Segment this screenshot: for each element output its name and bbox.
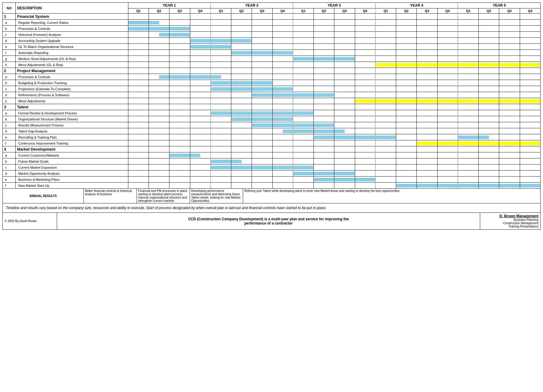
annual-results-table: ANNUAL RESULTS Better financial controls… xyxy=(2,188,541,203)
gantt-cell-q2 xyxy=(169,128,190,134)
gantt-cell-q9 xyxy=(314,62,334,68)
gantt-cell-q16 xyxy=(458,32,478,38)
gantt-cell-q19 xyxy=(520,183,540,189)
item-no: g xyxy=(3,56,16,62)
gantt-cell-q17 xyxy=(479,177,499,183)
gantt-cell-q8 xyxy=(293,80,313,86)
section-gantt-1-q14 xyxy=(417,14,437,20)
gantt-cell-q13 xyxy=(396,44,417,50)
gantt-cell-q17 xyxy=(479,110,499,116)
gantt-cell-q8 xyxy=(293,158,313,164)
gantt-cell-q15 xyxy=(437,134,458,140)
item-desc: Minor Adjustments xyxy=(16,98,128,104)
item-no: b xyxy=(3,158,16,164)
gantt-cell-q1 xyxy=(149,86,169,92)
section-gantt-4-q4 xyxy=(210,146,231,152)
gantt-cell-q9 xyxy=(314,183,334,189)
gantt-cell-q16 xyxy=(458,26,478,32)
gantt-cell-q2 xyxy=(169,110,190,116)
section-gantt-2-q1 xyxy=(149,68,169,74)
gantt-cell-q0 xyxy=(128,20,149,26)
item-row-3-d: dTalent Gap Analysis xyxy=(3,128,541,134)
year3-header: YEAR 3 xyxy=(293,3,375,8)
gantt-cell-q5 xyxy=(231,177,252,183)
section-row-3: 3Talent xyxy=(3,104,541,110)
gantt-cell-q12 xyxy=(375,62,396,68)
item-desc: GL To Match Organizational Structure xyxy=(16,44,128,50)
section-row-1: 1Financial System xyxy=(3,14,541,20)
section-row-4: 4Market Development xyxy=(3,146,541,152)
gantt-cell-q1 xyxy=(149,50,169,56)
gantt-cell-q3 xyxy=(190,98,210,104)
gantt-cell-q19 xyxy=(520,56,540,62)
gantt-cell-q19 xyxy=(520,134,540,140)
gantt-cell-q11 xyxy=(355,50,375,56)
gantt-cell-q14 xyxy=(417,110,437,116)
gantt-cell-q11 xyxy=(355,164,375,171)
gantt-cell-q0 xyxy=(128,128,149,134)
section-gantt-4-q11 xyxy=(355,146,375,152)
gantt-cell-q12 xyxy=(375,80,396,86)
gantt-cell-q0 xyxy=(128,44,149,50)
gantt-cell-q5 xyxy=(231,116,252,122)
gantt-cell-q13 xyxy=(396,140,417,146)
gantt-cell-q15 xyxy=(437,50,458,56)
gantt-cell-q17 xyxy=(479,158,499,164)
gantt-cell-q12 xyxy=(375,152,396,158)
gantt-cell-q7 xyxy=(272,38,293,44)
gantt-cell-q14 xyxy=(417,20,437,26)
section-gantt-1-q5 xyxy=(231,14,252,20)
gantt-cell-q18 xyxy=(499,20,520,26)
section-gantt-2-q4 xyxy=(210,68,231,74)
gantt-cell-q5 xyxy=(231,171,252,177)
gantt-cell-q11 xyxy=(355,20,375,26)
gantt-cell-q16 xyxy=(458,80,478,86)
y2q4: Q4 xyxy=(272,8,293,14)
gantt-cell-q17 xyxy=(479,50,499,56)
gantt-cell-q7 xyxy=(272,20,293,26)
gantt-cell-q7 xyxy=(272,44,293,50)
gantt-cell-q17 xyxy=(479,80,499,86)
gantt-cell-q0 xyxy=(128,62,149,68)
gantt-cell-q3 xyxy=(190,177,210,183)
gantt-cell-q15 xyxy=(437,86,458,92)
item-row-1-c: cHistorical (Forensic) Analysis xyxy=(3,32,541,38)
section-gantt-3-q14 xyxy=(417,104,437,110)
gantt-cell-q7 xyxy=(272,158,293,164)
gantt-cell-q12 xyxy=(375,20,396,26)
gantt-cell-q14 xyxy=(417,183,437,189)
gantt-cell-q9 xyxy=(314,92,334,98)
year5-header: YEAR 5 xyxy=(458,3,540,8)
gantt-cell-q6 xyxy=(252,116,272,122)
gantt-cell-q13 xyxy=(396,110,417,116)
gantt-cell-q14 xyxy=(417,152,437,158)
item-desc: Future Market Goals xyxy=(16,158,128,164)
gantt-cell-q10 xyxy=(334,116,355,122)
item-no: f xyxy=(3,183,16,189)
gantt-cell-q6 xyxy=(252,56,272,62)
item-row-4-e: eBusiness & Marketing Plans xyxy=(3,177,541,183)
y1q1: Q1 xyxy=(128,8,149,14)
gantt-cell-q2 xyxy=(169,20,190,26)
section-gantt-3-q9 xyxy=(314,104,334,110)
section-gantt-3-q8 xyxy=(293,104,313,110)
gantt-cell-q1 xyxy=(149,26,169,32)
gantt-cell-q15 xyxy=(437,171,458,177)
gantt-cell-q14 xyxy=(417,171,437,177)
gantt-cell-q9 xyxy=(314,171,334,177)
gantt-cell-q2 xyxy=(169,92,190,98)
gantt-cell-q14 xyxy=(417,177,437,183)
gantt-cell-q1 xyxy=(149,177,169,183)
gantt-cell-q19 xyxy=(520,80,540,86)
y5q4: Q4 xyxy=(520,8,540,14)
gantt-cell-q1 xyxy=(149,140,169,146)
section-gantt-2-q8 xyxy=(293,68,313,74)
gantt-cell-q6 xyxy=(252,92,272,98)
gantt-cell-q8 xyxy=(293,116,313,122)
item-row-2-b: bBudgeting & Production Tracking xyxy=(3,80,541,86)
gantt-cell-q18 xyxy=(499,177,520,183)
gantt-cell-q19 xyxy=(520,128,540,134)
gantt-cell-q15 xyxy=(437,122,458,128)
section-gantt-3-q2 xyxy=(169,104,190,110)
header-no: NO xyxy=(3,3,16,14)
